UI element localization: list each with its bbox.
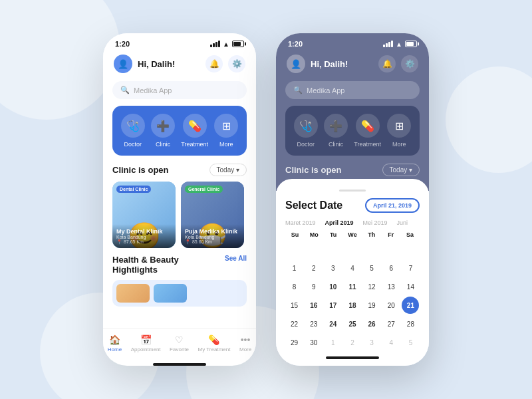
cal-day-next[interactable]: 3 bbox=[363, 334, 380, 351]
notification-button-2[interactable]: 🔔 bbox=[378, 55, 396, 72]
cal-day[interactable]: 28 bbox=[402, 315, 419, 332]
search-bar[interactable]: 🔍 Medika App bbox=[112, 81, 247, 99]
cal-day[interactable]: 6 bbox=[382, 259, 400, 277]
treatment-icon: 💊 bbox=[183, 114, 207, 138]
doctor-icon: 🩺 bbox=[121, 114, 145, 138]
cal-day[interactable]: 10 bbox=[325, 278, 342, 295]
search-placeholder-2: Medika App bbox=[307, 86, 344, 94]
dental-distance: 📍 87.65 Km bbox=[116, 239, 172, 245]
greeting: Hi, Dalih! bbox=[138, 59, 175, 69]
health-subtitle: Hightlights bbox=[112, 265, 179, 275]
cal-day-next[interactable]: 5 bbox=[402, 334, 419, 351]
cal-day[interactable]: 4 bbox=[344, 259, 361, 277]
nav-more-icon: ••• bbox=[241, 334, 251, 345]
cal-day[interactable]: 27 bbox=[382, 315, 400, 332]
action-more[interactable]: ⊞ More bbox=[214, 114, 238, 148]
notification-button[interactable]: 🔔 bbox=[205, 55, 223, 72]
cal-day[interactable]: 1 bbox=[286, 259, 303, 277]
settings-button[interactable]: ⚙️ bbox=[228, 55, 245, 72]
day-tu: Tu bbox=[324, 231, 343, 238]
cal-day[interactable]: 8 bbox=[286, 278, 303, 295]
cal-empty bbox=[344, 241, 361, 258]
cal-day[interactable]: 17 bbox=[325, 297, 342, 314]
nav-my-treatment[interactable]: 💊 My Treatment bbox=[198, 334, 231, 352]
cal-day[interactable]: 12 bbox=[363, 278, 380, 295]
action-doctor[interactable]: 🩺 Doctor bbox=[121, 114, 145, 148]
avatar-2: 👤 bbox=[287, 55, 305, 73]
cal-day[interactable]: 16 bbox=[305, 297, 323, 314]
nav-home[interactable]: 🏠 Home bbox=[108, 334, 122, 352]
today-filter-2[interactable]: Today ▾ bbox=[382, 164, 420, 176]
action-clinic-2[interactable]: ➕ Clinic bbox=[324, 114, 348, 148]
nav-favorite-label: Favorite bbox=[170, 346, 189, 352]
dental-location: Kota Bandung bbox=[116, 235, 172, 239]
cal-day[interactable]: 19 bbox=[363, 297, 380, 314]
action-clinic[interactable]: ➕ Clinic bbox=[151, 114, 175, 148]
see-all-button[interactable]: See All bbox=[225, 255, 247, 262]
dental-clinic-card[interactable]: 😊 Dental Clinic My Dental Klinik Kota Ba… bbox=[112, 182, 176, 248]
general-clinic-card[interactable]: 😷 General Clinic Puja Medika Klinik Kota… bbox=[181, 182, 244, 248]
status-bar-2: 1:20 ▲ bbox=[276, 33, 429, 51]
cal-day[interactable]: 7 bbox=[402, 259, 419, 277]
appointment-icon: 📅 bbox=[140, 334, 152, 345]
nav-favorite[interactable]: ♡ Favorite bbox=[170, 334, 189, 352]
home-icon: 🏠 bbox=[109, 334, 120, 345]
cal-day[interactable]: 2 bbox=[305, 259, 323, 277]
app-header-2: 👤 Hi, Dalih! 🔔 ⚙️ bbox=[276, 51, 429, 78]
month-maret[interactable]: Maret 2019 bbox=[285, 219, 316, 226]
cal-day[interactable]: 26 bbox=[363, 315, 380, 332]
general-badge: General Clinic bbox=[185, 186, 223, 193]
cal-day[interactable]: 29 bbox=[286, 334, 303, 351]
clinic-icon-2: ➕ bbox=[324, 114, 348, 138]
health-section-header: Health & Beauty Hightlights See All bbox=[103, 248, 256, 277]
cal-empty bbox=[382, 241, 400, 258]
wifi-icon-2: ▲ bbox=[396, 41, 402, 48]
action-clinic-label-2: Clinic bbox=[329, 141, 343, 148]
cal-day[interactable]: 13 bbox=[382, 278, 400, 295]
month-april[interactable]: April 2019 bbox=[325, 219, 354, 226]
cal-empty bbox=[286, 241, 303, 258]
today-filter[interactable]: Today ▾ bbox=[209, 164, 247, 176]
month-juni[interactable]: Juni bbox=[397, 219, 408, 226]
bottom-nav: 🏠 Home 📅 Appointment ♡ Favorite 💊 My Tre… bbox=[103, 329, 256, 360]
cal-day[interactable]: 11 bbox=[344, 278, 361, 295]
cal-day-next[interactable]: 4 bbox=[382, 334, 400, 351]
user-info: 👤 Hi, Dalih! bbox=[114, 55, 175, 73]
cal-day[interactable]: 18 bbox=[344, 297, 361, 314]
search-bar-2[interactable]: 🔍 Medika App bbox=[285, 81, 420, 99]
cal-empty bbox=[305, 241, 323, 258]
action-more-2[interactable]: ⊞ More bbox=[387, 114, 411, 148]
home-indicator bbox=[153, 363, 206, 366]
cal-day[interactable]: 5 bbox=[363, 259, 380, 277]
cal-empty bbox=[402, 241, 419, 258]
cal-day[interactable]: 24 bbox=[325, 315, 342, 332]
selected-date-badge[interactable]: April 21, 2019 bbox=[365, 198, 420, 213]
action-treatment[interactable]: 💊 Treatment bbox=[181, 114, 208, 148]
cal-day[interactable]: 9 bbox=[305, 278, 323, 295]
action-treatment-2[interactable]: 💊 Treatment bbox=[354, 114, 381, 148]
cal-day-next[interactable]: 2 bbox=[344, 334, 361, 351]
day-th: Th bbox=[362, 231, 381, 238]
cal-day-next[interactable]: 1 bbox=[325, 334, 342, 351]
nav-more[interactable]: ••• More bbox=[239, 334, 251, 352]
user-info-2: 👤 Hi, Dalih! bbox=[287, 55, 348, 73]
nav-my-treatment-label: My Treatment bbox=[198, 346, 231, 352]
drag-handle[interactable] bbox=[339, 190, 366, 192]
settings-button-2[interactable]: ⚙️ bbox=[401, 55, 418, 72]
cal-day[interactable]: 3 bbox=[325, 259, 342, 277]
cal-empty bbox=[363, 241, 380, 258]
signal-icon bbox=[210, 41, 220, 47]
cal-day[interactable]: 15 bbox=[286, 297, 303, 314]
month-mei[interactable]: Mei 2019 bbox=[363, 219, 388, 226]
cal-day-selected[interactable]: 21 bbox=[402, 297, 419, 314]
cal-day[interactable]: 14 bbox=[402, 278, 419, 295]
cal-day[interactable]: 20 bbox=[382, 297, 400, 314]
dental-badge: Dental Clinic bbox=[116, 186, 151, 193]
cal-day[interactable]: 22 bbox=[286, 315, 303, 332]
action-doctor-2[interactable]: 🩺 Doctor bbox=[294, 114, 318, 148]
nav-appointment[interactable]: 📅 Appointment bbox=[131, 334, 161, 352]
cal-day[interactable]: 25 bbox=[344, 315, 361, 332]
month-scroll: Maret 2019 April 2019 Mei 2019 Juni bbox=[285, 219, 420, 226]
cal-day[interactable]: 30 bbox=[305, 334, 323, 351]
cal-day[interactable]: 23 bbox=[305, 315, 323, 332]
